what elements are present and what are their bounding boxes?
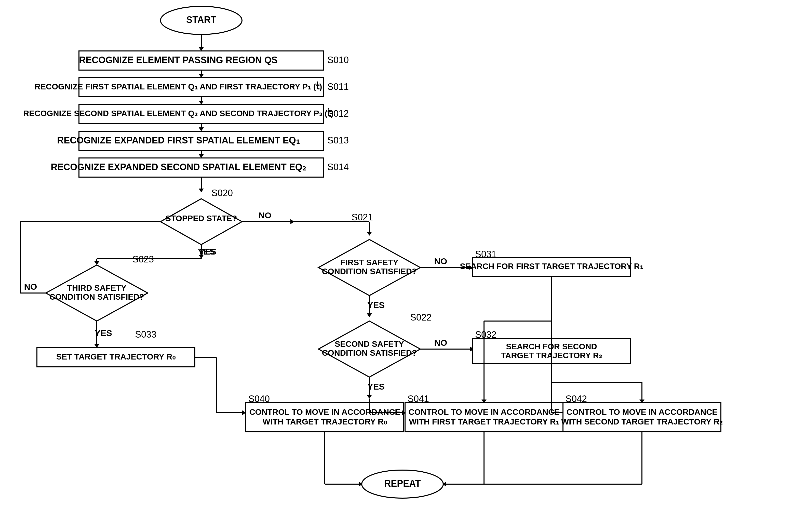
- yes-label-s021: YES: [367, 300, 385, 310]
- svg-marker-47: [94, 344, 99, 348]
- s021-text2: CONDITION SATISFIED?: [322, 267, 417, 276]
- repeat-node: REPEAT: [384, 478, 421, 489]
- s023-text1: THIRD SAFETY: [67, 283, 127, 292]
- no-label-s020: NO: [258, 210, 272, 220]
- yes-label-s020-2: YES: [198, 247, 215, 256]
- s012-text: RECOGNIZE SECOND SPATIAL ELEMENT Q₂ AND …: [23, 108, 333, 118]
- svg-marker-37: [367, 395, 372, 399]
- flowchart: START RECOGNIZE ELEMENT PASSING REGION Q…: [0, 0, 806, 532]
- s013-text: RECOGNIZE EXPANDED FIRST SPATIAL ELEMENT…: [57, 135, 299, 146]
- svg-marker-8: [199, 101, 204, 104]
- svg-marker-42: [94, 261, 99, 265]
- s013-label: S013: [327, 135, 349, 146]
- s021-label: S021: [351, 212, 373, 223]
- s012-label: S012: [327, 108, 349, 119]
- s042-text1: CONTROL TO MOVE IN ACCORDANCE: [566, 407, 717, 417]
- start-node: START: [186, 15, 216, 25]
- s010-text: RECOGNIZE ELEMENT PASSING REGION QS: [79, 55, 277, 65]
- s020-text: STOPPED STATE?: [166, 214, 237, 223]
- s023-label: S023: [132, 254, 154, 264]
- s023-text2: CONDITION SATISFIED?: [50, 292, 145, 301]
- s031-text: SEARCH FOR FIRST TARGET TRAJECTORY R₁: [460, 262, 643, 271]
- s022-text2: CONDITION SATISFIED?: [322, 348, 417, 358]
- s040-text1: CONTROL TO MOVE IN ACCORDANCE: [249, 407, 400, 417]
- s042-text2: WITH SECOND TARGET TRAJECTORY R₂: [561, 417, 723, 426]
- yes-label-s023: YES: [95, 328, 112, 338]
- svg-marker-25: [367, 232, 372, 236]
- no-label-s021: NO: [434, 256, 447, 266]
- svg-marker-11: [199, 127, 204, 131]
- s020-label: S020: [211, 188, 233, 198]
- no-label-s022: NO: [434, 338, 447, 347]
- svg-marker-52: [242, 410, 246, 415]
- svg-marker-14: [199, 154, 204, 158]
- s021-text1: FIRST SAFETY: [340, 258, 398, 267]
- svg-marker-31: [367, 314, 372, 317]
- s011-text: RECOGNIZE FIRST SPATIAL ELEMENT Q₁ AND F…: [35, 81, 322, 91]
- s041-text1: CONTROL TO MOVE IN ACCORDANCE: [408, 407, 559, 417]
- s022-text1: SECOND SAFETY: [335, 339, 404, 348]
- s033-label: S033: [135, 329, 156, 340]
- svg-marker-2: [199, 47, 204, 51]
- svg-marker-5: [199, 74, 204, 78]
- yes-label-s022: YES: [367, 382, 385, 391]
- s014-text: RECOGNIZE EXPANDED SECOND SPATIAL ELEMEN…: [51, 162, 306, 172]
- svg-marker-20: [290, 219, 294, 224]
- svg-marker-17: [199, 189, 204, 192]
- s033-text: SET TARGET TRAJECTORY R₀: [56, 352, 176, 361]
- s014-label: S014: [327, 162, 349, 172]
- s011-label: S011: [327, 81, 349, 92]
- s041-text2: WITH FIRST TARGET TRAJECTORY R₁: [409, 417, 559, 426]
- s010-label: S010: [327, 55, 349, 65]
- no-label-s023: NO: [24, 282, 37, 291]
- s022-label: S022: [410, 312, 431, 323]
- s040-text2: WITH TARGET TRAJECTORY R₀: [263, 417, 387, 426]
